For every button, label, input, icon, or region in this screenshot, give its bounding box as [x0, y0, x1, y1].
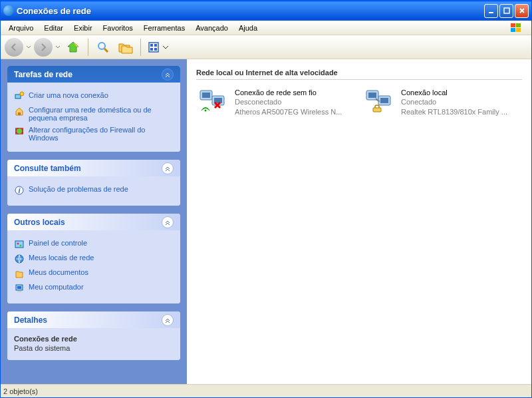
menu-arquivo[interactable]: Arquivo [3, 22, 39, 34]
connection-name: Conexão local [401, 88, 514, 97]
chevron-up-icon [162, 162, 174, 174]
panel-title: Detalhes [14, 315, 47, 325]
svg-rect-9 [154, 44, 157, 47]
back-button[interactable] [5, 38, 23, 57]
svg-point-21 [20, 245, 22, 247]
detail-type: Pasta do sistema [14, 344, 174, 352]
task-firewall[interactable]: Alterar configurações do Firewall do Win… [14, 124, 174, 144]
network-places-icon [14, 254, 25, 264]
minimize-button[interactable] [484, 4, 498, 18]
menu-editar[interactable]: Editar [39, 22, 68, 34]
panel-network-tasks: Tarefas de rede Criar uma nova conexão C… [7, 66, 180, 152]
svg-rect-19 [15, 241, 23, 248]
connection-device: Atheros AR5007EG Wireless N... [235, 107, 348, 116]
panel-details: Detalhes Conexões de rede Pasta do siste… [7, 311, 180, 360]
views-button[interactable] [146, 37, 172, 57]
panel-header-tasks[interactable]: Tarefas de rede [7, 66, 180, 83]
dropdown-icon[interactable] [26, 38, 31, 57]
svg-rect-0 [489, 12, 493, 13]
menu-exibir[interactable]: Exibir [68, 22, 98, 34]
documents-icon [14, 268, 25, 279]
panel-body: Painel de controle Meus locais de rede M… [7, 230, 180, 303]
panel-other-places: Outros locais Painel de controle Meus lo… [7, 214, 180, 303]
svg-rect-1 [504, 8, 509, 13]
dropdown-icon[interactable] [55, 38, 61, 57]
link-control-panel[interactable]: Painel de controle [14, 237, 174, 252]
svg-rect-4 [511, 28, 515, 32]
menu-avancado[interactable]: Avançado [190, 22, 233, 34]
connection-info: Conexão de rede sem fio Desconectado Ath… [235, 88, 348, 116]
separator [88, 39, 88, 56]
svg-rect-14 [18, 112, 21, 115]
connection-name: Conexão de rede sem fio [235, 88, 348, 97]
forward-button[interactable] [34, 38, 53, 57]
svg-rect-11 [154, 48, 157, 51]
content-area: Tarefas de rede Criar uma nova conexão C… [1, 59, 531, 384]
link-my-computer[interactable]: Meu computador [14, 281, 174, 296]
chevron-up-icon [162, 69, 174, 81]
menubar: Arquivo Editar Exibir Favoritos Ferramen… [1, 21, 531, 35]
panel-header-details[interactable]: Detalhes [7, 311, 180, 328]
close-button[interactable] [515, 4, 529, 18]
menu-ferramentas[interactable]: Ferramentas [138, 22, 190, 34]
panel-title: Tarefas de rede [14, 70, 72, 79]
task-new-connection[interactable]: Criar uma nova conexão [14, 89, 174, 104]
svg-rect-3 [516, 23, 521, 27]
panel-header-other-places[interactable]: Outros locais [7, 214, 180, 230]
svg-point-13 [20, 92, 24, 96]
lan-connection-icon [364, 88, 396, 114]
connection-wireless[interactable]: Conexão de rede sem fio Desconectado Ath… [196, 87, 349, 118]
svg-rect-10 [150, 48, 153, 51]
task-label: Alterar configurações do Firewall do Win… [29, 126, 174, 142]
info-icon: i [14, 185, 25, 196]
task-troubleshoot[interactable]: i Solução de problemas de rede [14, 183, 174, 198]
menu-ajuda[interactable]: Ajuda [233, 22, 263, 34]
chevron-up-icon [162, 314, 174, 326]
up-button[interactable] [63, 37, 83, 57]
connection-local[interactable]: Conexão local Conectado Realtek RTL8139/… [362, 87, 515, 118]
task-label: Solução de problemas de rede [29, 185, 128, 193]
window-title: Conexões de rede [17, 6, 484, 16]
panel-body: Criar uma nova conexão Configurar uma re… [7, 83, 180, 152]
folders-button[interactable] [116, 37, 136, 57]
firewall-icon [14, 126, 25, 136]
panel-body: Conexões de rede Pasta do sistema [7, 328, 180, 360]
svg-point-30 [205, 110, 207, 112]
toolbar [1, 35, 531, 59]
computer-icon [14, 283, 25, 294]
main-pane: Rede local ou Internet de alta velocidad… [187, 59, 531, 384]
home-network-icon [14, 106, 25, 116]
svg-rect-5 [516, 28, 521, 32]
panel-title: Consulte também [14, 164, 81, 173]
sidebar: Tarefas de rede Criar uma nova conexão C… [1, 59, 187, 384]
wireless-connection-icon [198, 88, 229, 114]
menu-favoritos[interactable]: Favoritos [98, 22, 138, 34]
window-controls [484, 4, 529, 18]
connection-device: Realtek RTL8139/810x Family ... [401, 107, 514, 116]
link-label: Meus documentos [29, 268, 88, 276]
control-panel-icon [14, 239, 25, 250]
svg-rect-8 [150, 44, 153, 47]
status-text: 2 objeto(s) [3, 387, 38, 395]
link-label: Meu computador [29, 283, 84, 291]
task-label: Configurar uma rede doméstica ou de pequ… [29, 106, 174, 122]
svg-rect-35 [373, 108, 381, 112]
link-network-places[interactable]: Meus locais de rede [14, 252, 174, 266]
svg-point-6 [98, 43, 105, 49]
task-setup-network[interactable]: Configurar uma rede doméstica ou de pequ… [14, 104, 174, 124]
chevron-up-icon [162, 216, 174, 228]
window: Conexões de rede Arquivo Editar Exibir F… [0, 0, 532, 398]
maximize-button[interactable] [499, 4, 513, 18]
connection-info: Conexão local Conectado Realtek RTL8139/… [401, 88, 514, 116]
search-button[interactable] [93, 37, 113, 57]
connections-grid: Conexão de rede sem fio Desconectado Ath… [196, 87, 522, 118]
link-my-documents[interactable]: Meus documentos [14, 266, 174, 281]
svg-rect-34 [380, 98, 388, 103]
panel-see-also: Consulte também i Solução de problemas d… [7, 160, 180, 206]
svg-rect-2 [511, 23, 515, 27]
panel-header-see-also[interactable]: Consulte também [7, 160, 180, 176]
panel-title: Outros locais [14, 218, 65, 227]
windows-logo-icon [503, 21, 529, 35]
svg-rect-25 [17, 291, 21, 292]
statusbar: 2 objeto(s) [1, 384, 531, 397]
